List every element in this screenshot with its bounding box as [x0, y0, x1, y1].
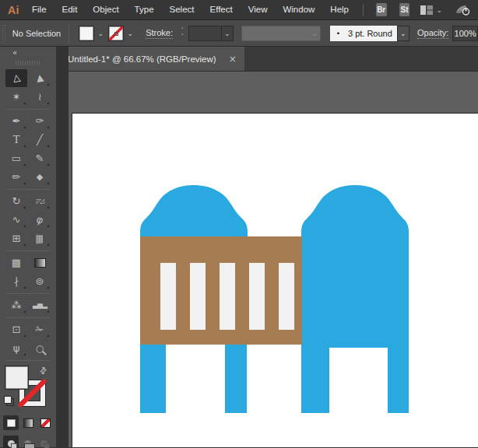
draw-normal-icon [8, 440, 15, 447]
crib-left-leg-1[interactable] [140, 345, 166, 413]
width-tool-icon: ∿ [12, 215, 21, 225]
menu-effect[interactable]: Effect [202, 0, 241, 19]
crib-slat-4[interactable] [249, 263, 265, 330]
stepper-down-icon[interactable]: ˅ [177, 33, 187, 40]
default-fill-stroke-icon[interactable] [4, 396, 14, 406]
menu-object[interactable]: Object [85, 0, 126, 19]
stroke-swatch[interactable] [108, 26, 124, 41]
blend-tool[interactable]: ⊚ [29, 272, 51, 290]
rectangle-tool[interactable]: ▭ [5, 149, 27, 167]
curvature-tool[interactable]: ✑ [29, 112, 51, 130]
line-segment-icon: ╱ [37, 135, 43, 145]
color-button[interactable] [3, 415, 19, 430]
eraser-tool[interactable]: ◆ [29, 168, 51, 186]
none-button[interactable] [37, 415, 53, 430]
artboard-tool[interactable]: ⊡ [5, 320, 27, 338]
opacity-label[interactable]: Opacity: [417, 28, 448, 39]
bridge-button[interactable]: Br [376, 3, 387, 16]
magic-wand-tool[interactable]: ✶ [5, 88, 27, 106]
crib-slat-1[interactable] [160, 263, 176, 330]
stepper-up-icon[interactable]: ˄ [177, 27, 187, 33]
fill-color-control[interactable]: ⌄ [79, 26, 107, 41]
gradient-button[interactable] [20, 415, 36, 430]
draw-inside-button[interactable] [36, 436, 51, 448]
eraser-icon: ◆ [37, 173, 43, 181]
zoom-tool[interactable]: ○ [29, 339, 51, 357]
direct-selection-tool[interactable]: ▶ [29, 69, 51, 87]
gradient-tool[interactable] [29, 254, 51, 271]
hand-icon: ψ [13, 343, 20, 353]
menu-help[interactable]: Help [322, 0, 357, 19]
shaper-tool[interactable]: ✏ [5, 168, 27, 186]
fill-chevron-icon[interactable]: ⌄ [94, 26, 107, 41]
menu-bar: Ai File Edit Object Type Select Effect V… [0, 0, 478, 20]
opacity-input[interactable]: 100% [452, 26, 478, 41]
magic-wand-icon: ✶ [12, 92, 21, 102]
rectangle-icon: ▭ [12, 153, 21, 163]
scale-tool[interactable]: ◸◿ [29, 192, 51, 210]
tab-close-icon[interactable]: × [229, 54, 237, 64]
fill-proxy-swatch[interactable] [5, 366, 29, 390]
slice-tool[interactable]: ✁ [29, 320, 51, 338]
canvas-area[interactable] [69, 72, 478, 447]
stroke-weight-label[interactable]: Stroke: [146, 28, 173, 39]
hand-tool[interactable]: ψ [5, 339, 27, 357]
paintbrush-tool[interactable]: ✎ [29, 149, 51, 167]
width-tool[interactable]: ∿ [5, 211, 27, 229]
perspective-grid-tool[interactable]: ▦ [29, 229, 51, 247]
draw-normal-button[interactable] [3, 436, 19, 448]
selection-tool-icon: ▷ [11, 74, 21, 82]
column-graph-tool[interactable]: ▃▅▂ [29, 296, 51, 314]
stroke-weight-input[interactable] [188, 26, 221, 41]
none-icon [40, 418, 51, 428]
control-bar-grip[interactable] [2, 25, 6, 42]
workspace-switcher[interactable]: ⌄ [420, 5, 442, 15]
shape-builder-tool[interactable]: ⊞ [5, 229, 27, 247]
gpu-performance-icon[interactable] [455, 4, 470, 16]
stroke-weight-stepper[interactable]: ˄ ˅ [177, 25, 187, 42]
stock-button[interactable]: St [399, 3, 410, 16]
chevron-down-icon: ⌄ [436, 6, 442, 14]
panel-drag-grip[interactable] [16, 60, 40, 66]
symbol-sprayer-icon: ⁂ [12, 300, 22, 310]
lasso-tool[interactable]: ≀ [29, 88, 51, 106]
brush-definition-dropdown[interactable]: • 3 pt. Round [330, 26, 397, 41]
crib-slat-3[interactable] [220, 263, 235, 330]
menu-type[interactable]: Type [127, 0, 162, 19]
stroke-chevron-icon[interactable]: ⌄ [124, 26, 136, 41]
menu-file[interactable]: File [24, 0, 54, 19]
stroke-color-control[interactable]: ⌄ [108, 26, 136, 41]
stroke-weight-chevron-icon[interactable]: ⌄ [222, 26, 234, 41]
screen-mode-button[interactable] [24, 443, 35, 448]
puppet-warp-pin-icon: φ [35, 214, 45, 226]
menu-window[interactable]: Window [275, 0, 322, 19]
crib-slat-2[interactable] [190, 263, 206, 330]
type-tool[interactable]: T [5, 131, 27, 149]
shaper-icon: ✏ [12, 172, 21, 182]
rotate-tool[interactable]: ↻ [5, 192, 27, 210]
brush-definition-chevron-icon[interactable]: ⌄ [397, 26, 409, 41]
menu-select[interactable]: Select [162, 0, 202, 19]
left-dock: « ▷ ▶ ✶ ≀ ✒ ✑ T ╱ ▭ ✎ [0, 47, 69, 447]
variable-width-dropdown[interactable]: ⌄ [241, 26, 321, 41]
panel-collapse-button[interactable]: « [12, 48, 16, 57]
menu-edit[interactable]: Edit [54, 0, 86, 19]
tools-panel: « ▷ ▶ ✶ ≀ ✒ ✑ T ╱ ▭ ✎ [0, 47, 56, 447]
symbol-sprayer-tool[interactable]: ⁂ [5, 296, 27, 314]
mesh-tool[interactable]: ▩ [5, 254, 27, 271]
eyedropper-tool[interactable]: ∤ [5, 272, 27, 290]
color-mode-row [0, 414, 56, 432]
menu-divider [363, 4, 364, 16]
zoom-icon: ○ [36, 344, 44, 353]
pen-tool[interactable]: ✒ [5, 112, 27, 130]
document-tab[interactable]: Untitled-1* @ 66.67% (RGB/Preview) × [58, 47, 244, 71]
fill-swatch[interactable] [79, 26, 94, 41]
line-segment-tool[interactable]: ╱ [29, 131, 51, 149]
swap-fill-stroke-icon[interactable]: ⇄ [37, 365, 50, 377]
selection-tool[interactable]: ▷ [5, 69, 27, 87]
crib-slat-5[interactable] [279, 263, 294, 330]
canvas-svg [69, 72, 478, 447]
crib-left-leg-2[interactable] [225, 345, 247, 413]
menu-view[interactable]: View [241, 0, 276, 19]
puppet-warp-tool[interactable]: φ [29, 211, 51, 229]
